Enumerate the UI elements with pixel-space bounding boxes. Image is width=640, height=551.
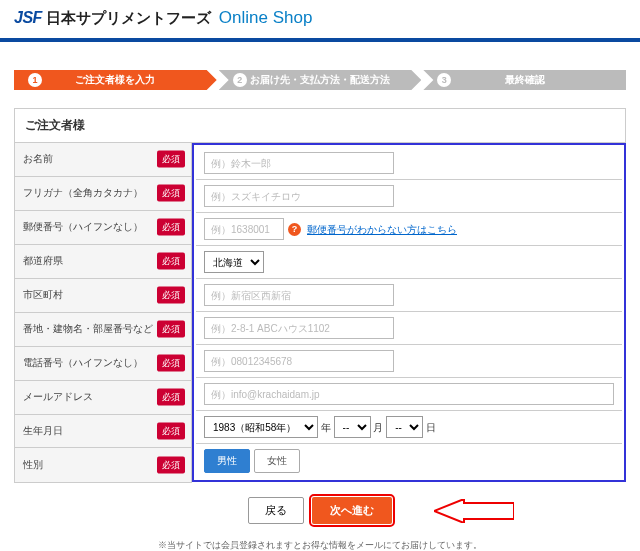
name-input[interactable] [204, 152, 394, 174]
brand-logo: JSF 日本サプリメントフーズ Online Shop [14, 8, 626, 28]
gender-female-button[interactable]: 女性 [254, 449, 300, 473]
help-icon: ? [288, 223, 301, 236]
progress-steps: 1ご注文者様を入力 2お届け先・支払方法・配送方法 3最終確認 [14, 70, 626, 90]
action-row: 戻る 次へ進む [14, 497, 626, 524]
gender-male-button[interactable]: 男性 [204, 449, 250, 473]
label-name: お名前必須 [15, 143, 192, 177]
label-address: 番地・建物名・部屋番号など必須 [15, 312, 192, 346]
logo-online-shop: Online Shop [219, 8, 313, 28]
label-zip: 郵便番号（ハイフンなし）必須 [15, 210, 192, 244]
prefecture-select[interactable]: 北海道 [204, 251, 264, 273]
next-button[interactable]: 次へ進む [312, 497, 392, 524]
site-header: JSF 日本サプリメントフーズ Online Shop [0, 0, 640, 42]
label-city: 市区町村必須 [15, 278, 192, 312]
label-birth: 生年月日必須 [15, 414, 192, 448]
email-input[interactable] [204, 383, 614, 405]
address-input[interactable] [204, 317, 394, 339]
logo-jp: 日本サプリメントフーズ [46, 9, 211, 28]
label-email: メールアドレス必須 [15, 380, 192, 414]
city-input[interactable] [204, 284, 394, 306]
step-2: 2お届け先・支払方法・配送方法 [219, 70, 422, 90]
input-annotation-box: ?郵便番号がわからない方はこちら 北海道 1983（昭和58年） 年 -- 月 … [192, 143, 626, 482]
step-1: 1ご注文者様を入力 [14, 70, 217, 90]
zip-help-link[interactable]: 郵便番号がわからない方はこちら [307, 224, 457, 235]
logo-jsf: JSF [14, 9, 42, 27]
label-prefecture: 都道府県必須 [15, 244, 192, 278]
tel-input[interactable] [204, 350, 394, 372]
section-title-customer: ご注文者様 [14, 108, 626, 142]
label-gender: 性別必須 [15, 448, 192, 482]
label-tel: 電話番号（ハイフンなし）必須 [15, 346, 192, 380]
birth-day-select[interactable]: -- [386, 416, 423, 438]
customer-form: お名前必須 ?郵便番号がわからない方はこちら 北海道 1983（昭和58年） [14, 142, 626, 483]
birth-year-select[interactable]: 1983（昭和58年） [204, 416, 318, 438]
step-3: 3最終確認 [423, 70, 626, 90]
footer-notice: ※当サイトでは会員登録されますとお得な情報をメールにてお届けしています。 配信停… [14, 538, 626, 552]
furigana-input[interactable] [204, 185, 394, 207]
required-badge: 必須 [157, 151, 185, 168]
label-furigana: フリガナ（全角カタカナ）必須 [15, 176, 192, 210]
annotation-arrow-icon [434, 499, 514, 523]
back-button[interactable]: 戻る [248, 497, 304, 524]
zip-input[interactable] [204, 218, 284, 240]
birth-month-select[interactable]: -- [334, 416, 371, 438]
